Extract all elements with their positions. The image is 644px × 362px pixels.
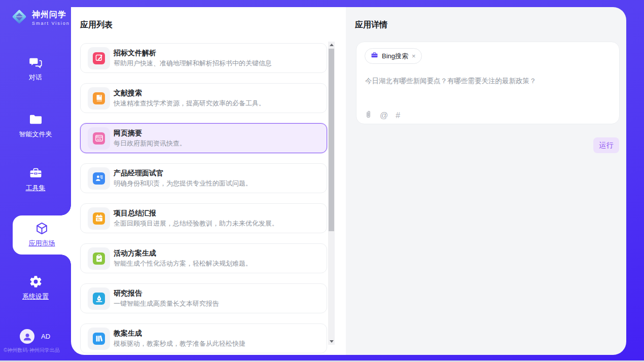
hash-icon[interactable]: # <box>396 112 400 120</box>
books-icon <box>93 333 105 345</box>
app-detail-panel: 应用详情 Bing搜索 × 今日湖北有哪些新闻要点？有哪些需要关注的最新政策？ <box>346 7 626 355</box>
browser-code-icon <box>93 132 105 144</box>
logo-subtitle: Smart Vision <box>32 21 70 26</box>
chat-icon <box>29 56 43 69</box>
scroll-down-arrow-icon[interactable] <box>328 338 335 345</box>
person-icon <box>22 332 32 342</box>
app-icon-tile <box>88 167 110 190</box>
sidebar-item-label: 工具集 <box>26 184 46 192</box>
gear-icon <box>29 275 43 288</box>
app-list-title: 应用列表 <box>80 20 113 30</box>
app-card-name: 教案生成 <box>114 329 245 338</box>
interviewer-icon <box>93 172 105 185</box>
toolbox-icon <box>29 166 43 180</box>
sidebar-item-tools[interactable]: 工具集 <box>0 166 71 193</box>
folder-icon <box>29 113 43 126</box>
chip-close-icon[interactable]: × <box>412 53 416 59</box>
sidebar-item-label: 对话 <box>29 74 42 81</box>
ink-pen-icon <box>93 293 105 305</box>
list-scrollbar-thumb[interactable] <box>329 49 334 231</box>
cube-icon <box>35 222 49 235</box>
app-card-description: 快速精准查找学术资源，提高研究效率的必备工具。 <box>114 99 265 107</box>
app-card-description: 模板驱动，教案秒成，教学准备从此轻松快捷 <box>114 339 245 348</box>
main-panel: 应用列表 招标文件解析帮助用户快速、准确地理解和解析招标书中的关键信息文献搜索快… <box>71 7 626 355</box>
calendar-report-icon <box>93 212 105 225</box>
app-icon-tile <box>88 87 110 110</box>
prompt-input-card[interactable]: Bing搜索 × 今日湖北有哪些新闻要点？有哪些需要关注的最新政策？ @ # <box>356 42 620 124</box>
book-icon <box>93 92 105 104</box>
app-card[interactable]: 研究报告一键智能生成高质量长文本研究报告 <box>80 283 327 313</box>
app-card-description: 帮助用户快速、准确地理解和解析招标书中的关键信息 <box>114 59 272 67</box>
copyright-footer: ©神州数码·神州问学出品 <box>4 347 69 354</box>
app-card[interactable]: 产品经理面试官明确身份和职责，为您提供专业性的面试问题。 <box>80 163 327 193</box>
app-card-description: 每日政府新闻资讯快查。 <box>114 139 186 148</box>
app-card-name: 文献搜索 <box>114 89 265 97</box>
app-card[interactable]: 项目总结汇报全面回顾项目进展，总结经验教训，助力未来优化发展。 <box>80 203 327 233</box>
app-logo: 神州问学 Smart Vision <box>10 8 70 28</box>
app-icon-tile <box>88 328 110 350</box>
app-card-name: 招标文件解析 <box>114 49 272 57</box>
sidebar-item-settings[interactable]: 系统设置 <box>0 275 71 301</box>
sidebar: 神州问学 Smart Vision 对话智能文件夹工具集应用市场系统设置 AD … <box>0 0 71 362</box>
scroll-up-arrow-icon[interactable] <box>328 42 335 48</box>
run-button[interactable]: 运行 <box>593 137 619 153</box>
app-card-description: 明确身份和职责，为您提供专业性的面试问题。 <box>114 179 252 188</box>
app-icon-tile <box>88 127 110 150</box>
document-edit-icon <box>93 52 105 64</box>
list-scrollbar-track[interactable] <box>328 42 335 345</box>
app-detail-title: 应用详情 <box>355 20 387 30</box>
app-card[interactable]: 招标文件解析帮助用户快速、准确地理解和解析招标书中的关键信息 <box>80 43 327 73</box>
app-card-name: 网页摘要 <box>114 129 186 137</box>
app-icon-tile <box>88 47 110 69</box>
app-card[interactable]: 网页摘要每日政府新闻资讯快查。 <box>80 123 327 153</box>
app-card-description: 一键智能生成高质量长文本研究报告 <box>114 299 219 308</box>
sidebar-item-market[interactable]: 应用市场 <box>13 215 71 255</box>
app-icon-tile <box>88 287 110 310</box>
app-card[interactable]: 文献搜索快速精准查找学术资源，提高研究效率的必备工具。 <box>80 83 327 113</box>
user-initials: AD <box>41 333 50 340</box>
app-list-panel: 应用列表 招标文件解析帮助用户快速、准确地理解和解析招标书中的关键信息文献搜索快… <box>71 7 346 355</box>
sidebar-item-folders[interactable]: 智能文件夹 <box>0 113 71 139</box>
app-icon-tile <box>88 207 110 230</box>
logo-title: 神州问学 <box>32 10 70 20</box>
sidebar-item-label: 应用市场 <box>29 239 55 247</box>
avatar[interactable] <box>20 329 34 344</box>
logo-gem-icon <box>10 8 28 28</box>
app-icon-tile <box>88 247 110 270</box>
attach-toolbar: @ # <box>365 110 400 121</box>
app-card-name: 产品经理面试官 <box>114 169 252 177</box>
prompt-text[interactable]: 今日湖北有哪些新闻要点？有哪些需要关注的最新政策？ <box>365 76 609 86</box>
tool-chip-bing-search[interactable]: Bing搜索 × <box>365 48 422 64</box>
sidebar-item-label: 系统设置 <box>22 293 49 300</box>
tool-chip-label: Bing搜索 <box>382 52 408 61</box>
app-card[interactable]: 活动方案生成智能生成个性化活动方案，轻松解决规划难题。 <box>80 243 327 273</box>
app-card-description: 智能生成个性化活动方案，轻松解决规划难题。 <box>114 259 252 268</box>
app-card-name: 项目总结汇报 <box>114 209 278 218</box>
app-card-name: 研究报告 <box>114 289 219 298</box>
clipboard-check-icon <box>93 252 105 265</box>
user-row[interactable]: AD <box>20 329 50 344</box>
app-card[interactable]: 教案生成模板驱动，教案秒成，教学准备从此轻松快捷 <box>80 323 327 353</box>
app-card-name: 活动方案生成 <box>114 249 252 258</box>
at-icon[interactable]: @ <box>380 112 388 120</box>
briefcase-icon <box>371 51 378 61</box>
app-card-description: 全面回顾项目进展，总结经验教训，助力未来优化发展。 <box>114 219 278 228</box>
sidebar-item-chat[interactable]: 对话 <box>0 56 71 82</box>
paperclip-icon[interactable] <box>365 110 372 121</box>
sidebar-item-label: 智能文件夹 <box>19 130 52 138</box>
